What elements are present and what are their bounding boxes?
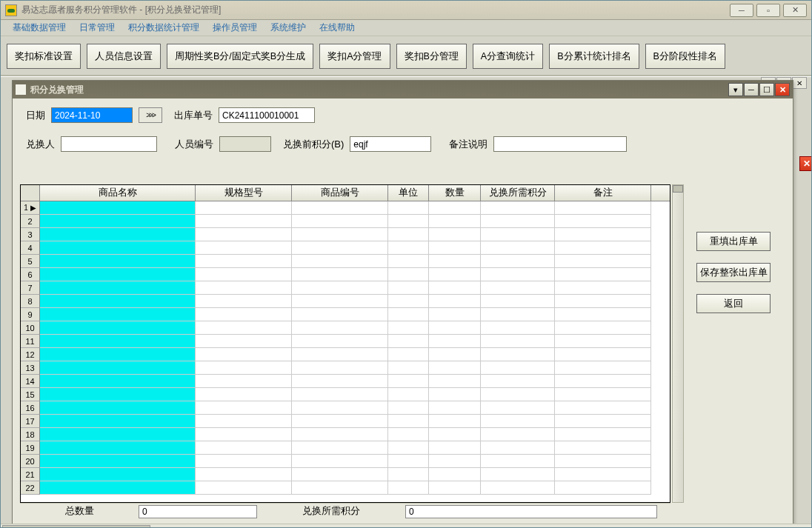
- grid-cell[interactable]: [555, 428, 651, 441]
- grid-body[interactable]: 1 ▶2345678910111213141516171819202122: [21, 201, 670, 502]
- table-row[interactable]: 5: [21, 255, 670, 268]
- grid-cell[interactable]: [40, 468, 196, 481]
- grid-cell[interactable]: [388, 388, 429, 401]
- grid-cell[interactable]: [429, 295, 481, 308]
- tool-btn-4[interactable]: 奖扣B分管理: [396, 44, 467, 69]
- grid-cell[interactable]: [292, 481, 388, 495]
- grid-cell[interactable]: [196, 455, 292, 468]
- table-row[interactable]: 14: [21, 375, 670, 388]
- grid-cell[interactable]: [40, 228, 196, 241]
- mdi-close-button[interactable]: ✕: [792, 77, 807, 89]
- grid-cell[interactable]: [40, 375, 196, 388]
- grid-cell[interactable]: [481, 455, 555, 468]
- table-row[interactable]: 6: [21, 268, 670, 281]
- menu-sys[interactable]: 系统维护: [264, 20, 312, 36]
- grid-cell[interactable]: [196, 268, 292, 281]
- grid-cell[interactable]: [292, 241, 388, 255]
- row-number[interactable]: 13: [21, 361, 40, 375]
- grid-cell[interactable]: [196, 428, 292, 441]
- row-number[interactable]: 20: [21, 455, 40, 468]
- outno-input[interactable]: [219, 107, 315, 123]
- table-row[interactable]: 11: [21, 335, 670, 348]
- table-row[interactable]: 17: [21, 415, 670, 428]
- beforepoints-input[interactable]: [350, 136, 431, 152]
- row-number[interactable]: 17: [21, 415, 40, 428]
- grid-scrollbar[interactable]: [672, 184, 684, 503]
- table-row[interactable]: 10: [21, 321, 670, 335]
- grid-cell[interactable]: [481, 201, 555, 215]
- grid-cell[interactable]: [40, 428, 196, 441]
- grid-cell[interactable]: [40, 361, 196, 375]
- grid-cell[interactable]: [388, 468, 429, 481]
- grid-cell[interactable]: [292, 401, 388, 415]
- row-number[interactable]: 19: [21, 441, 40, 455]
- grid-cell[interactable]: [196, 375, 292, 388]
- grid-cell[interactable]: [555, 241, 651, 255]
- grid-cell[interactable]: [292, 441, 388, 455]
- table-row[interactable]: 21: [21, 468, 670, 481]
- items-grid[interactable]: 商品名称 规格型号 商品编号 单位 数量 兑换所需积分 备注 1 ▶234567…: [20, 184, 670, 503]
- row-number[interactable]: 8: [21, 295, 40, 308]
- grid-cell[interactable]: [40, 415, 196, 428]
- grid-cell[interactable]: [481, 348, 555, 361]
- grid-cell[interactable]: [388, 481, 429, 495]
- grid-cell[interactable]: [481, 281, 555, 295]
- grid-cell[interactable]: [388, 215, 429, 228]
- grid-cell[interactable]: [429, 335, 481, 348]
- grid-cell[interactable]: [481, 308, 555, 321]
- grid-cell[interactable]: [555, 215, 651, 228]
- grid-cell[interactable]: [429, 321, 481, 335]
- grid-cell[interactable]: [388, 401, 429, 415]
- table-row[interactable]: 12: [21, 348, 670, 361]
- grid-cell[interactable]: [555, 455, 651, 468]
- grid-cell[interactable]: [40, 268, 196, 281]
- row-number[interactable]: 4: [21, 241, 40, 255]
- minimize-button[interactable]: ─: [730, 4, 753, 17]
- row-number[interactable]: 3: [21, 228, 40, 241]
- grid-cell[interactable]: [555, 228, 651, 241]
- menu-basic-data[interactable]: 基础数据管理: [7, 20, 72, 36]
- grid-cell[interactable]: [388, 201, 429, 215]
- grid-cell[interactable]: [555, 375, 651, 388]
- grid-cell[interactable]: [481, 428, 555, 441]
- grid-cell[interactable]: [429, 268, 481, 281]
- grid-cell[interactable]: [196, 361, 292, 375]
- date-input[interactable]: [51, 107, 133, 123]
- grid-cell[interactable]: [481, 241, 555, 255]
- grid-cell[interactable]: [292, 295, 388, 308]
- grid-cell[interactable]: [429, 308, 481, 321]
- bottom-scrollbar[interactable]: [1, 524, 811, 528]
- grid-cell[interactable]: [481, 228, 555, 241]
- row-number[interactable]: 6: [21, 268, 40, 281]
- grid-cell[interactable]: [481, 215, 555, 228]
- grid-cell[interactable]: [196, 441, 292, 455]
- grid-cell[interactable]: [388, 308, 429, 321]
- col-product-no[interactable]: 商品编号: [292, 185, 388, 201]
- tool-btn-6[interactable]: B分累计统计排名: [549, 44, 639, 69]
- grid-cell[interactable]: [555, 308, 651, 321]
- table-row[interactable]: 8: [21, 295, 670, 308]
- row-number[interactable]: 9: [21, 308, 40, 321]
- col-points[interactable]: 兑换所需积分: [481, 185, 555, 201]
- row-number[interactable]: 11: [21, 335, 40, 348]
- grid-cell[interactable]: [388, 348, 429, 361]
- row-number[interactable]: 22: [21, 481, 40, 495]
- grid-cell[interactable]: [429, 481, 481, 495]
- row-number[interactable]: 10: [21, 321, 40, 335]
- row-number[interactable]: 12: [21, 348, 40, 361]
- tool-btn-2[interactable]: 周期性奖B分/固定式奖B分生成: [167, 44, 313, 69]
- grid-cell[interactable]: [196, 228, 292, 241]
- grid-cell[interactable]: [292, 468, 388, 481]
- menu-operator[interactable]: 操作员管理: [207, 20, 263, 36]
- grid-cell[interactable]: [292, 228, 388, 241]
- grid-cell[interactable]: [555, 268, 651, 281]
- grid-cell[interactable]: [388, 455, 429, 468]
- grid-cell[interactable]: [292, 415, 388, 428]
- grid-cell[interactable]: [196, 201, 292, 215]
- return-button[interactable]: 返回: [696, 294, 771, 313]
- grid-cell[interactable]: [292, 255, 388, 268]
- col-spec[interactable]: 规格型号: [196, 185, 292, 201]
- menu-help[interactable]: 在线帮助: [313, 20, 361, 36]
- grid-cell[interactable]: [388, 268, 429, 281]
- grid-cell[interactable]: [292, 321, 388, 335]
